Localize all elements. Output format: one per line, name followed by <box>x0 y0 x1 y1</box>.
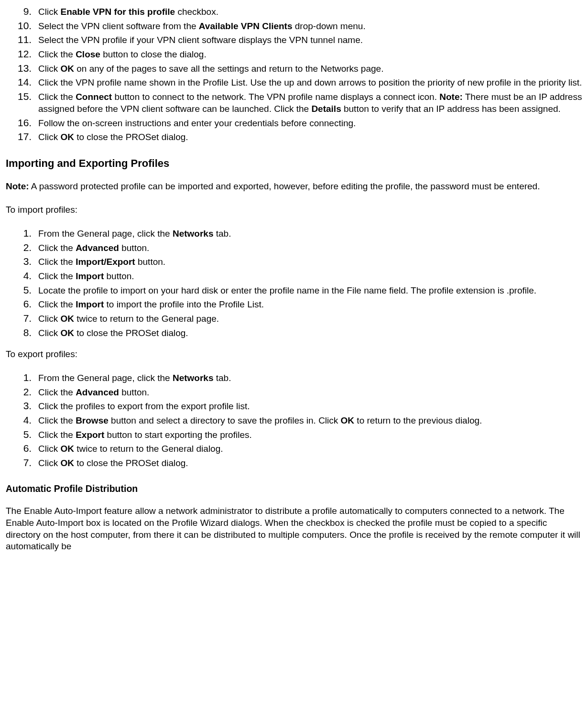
note-import-export: Note: A password protected profile can b… <box>6 181 582 193</box>
list-item: Click the Import to import the profile i… <box>34 297 582 311</box>
list-item: Click the Connect button to connect to t… <box>34 90 582 115</box>
list-item: Click the Advanced button. <box>34 385 582 399</box>
list-item: Click the Browse button and select a dir… <box>34 414 582 427</box>
heading-import-export: Importing and Exporting Profiles <box>6 157 582 171</box>
import-steps-list: From the General page, click the Network… <box>6 227 582 339</box>
to-import-label: To import profiles: <box>6 204 582 216</box>
list-item: Click the Import/Export button. <box>34 255 582 268</box>
list-item: Click the Close button to close the dial… <box>34 47 582 61</box>
list-item: Click the VPN profile name shown in the … <box>34 76 582 89</box>
list-item: Click OK to close the PROSet dialog. <box>34 326 582 339</box>
list-item: Click OK twice to return to the General … <box>34 442 582 455</box>
list-item: Click the Import button. <box>34 269 582 283</box>
list-item: Follow the on-screen instructions and en… <box>34 116 582 130</box>
list-item: Click OK twice to return to the General … <box>34 312 582 325</box>
list-item: From the General page, click the Network… <box>34 371 582 384</box>
auto-distribution-para: The Enable Auto-Import feature allow a n… <box>6 505 582 553</box>
list-item: Click the Export button to start exporti… <box>34 428 582 441</box>
list-item: Click the Advanced button. <box>34 241 582 254</box>
list-item: From the General page, click the Network… <box>34 227 582 240</box>
vpn-steps-list: Click Enable VPN for this profile checkb… <box>6 5 582 143</box>
list-item: Click OK to close the PROSet dialog. <box>34 456 582 469</box>
list-item: Click Enable VPN for this profile checkb… <box>34 5 582 18</box>
list-item: Click the profiles to export from the ex… <box>34 399 582 413</box>
export-steps-list: From the General page, click the Network… <box>6 371 582 469</box>
list-item: Select the VPN client software from the … <box>34 19 582 33</box>
heading-auto-distribution: Automatic Profile Distribution <box>6 483 582 495</box>
list-item: Locate the profile to import on your har… <box>34 283 582 297</box>
to-export-label: To export profiles: <box>6 349 582 360</box>
list-item: Select the VPN profile if your VPN clien… <box>34 33 582 46</box>
list-item: Click OK on any of the pages to save all… <box>34 62 582 75</box>
list-item: Click OK to close the PROSet dialog. <box>34 130 582 143</box>
